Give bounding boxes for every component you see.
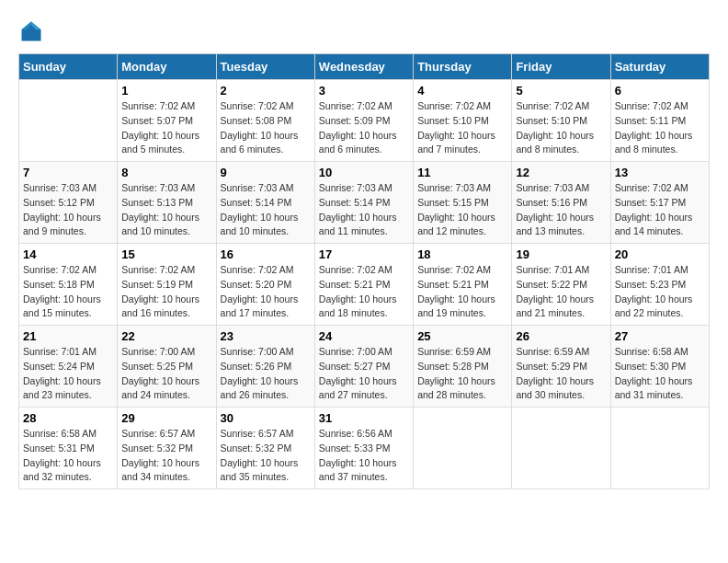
day-info: Sunrise: 7:02 AM Sunset: 5:21 PM Dayligh… <box>417 263 507 321</box>
header-monday: Monday <box>118 54 216 80</box>
day-info: Sunrise: 7:02 AM Sunset: 5:17 PM Dayligh… <box>615 181 705 239</box>
day-cell: 21Sunrise: 7:01 AM Sunset: 5:24 PM Dayli… <box>19 326 118 408</box>
day-cell <box>512 408 610 489</box>
day-number: 11 <box>417 166 507 179</box>
day-number: 9 <box>221 166 311 179</box>
day-info: Sunrise: 7:03 AM Sunset: 5:14 PM Dayligh… <box>221 181 311 239</box>
day-cell: 5Sunrise: 7:02 AM Sunset: 5:10 PM Daylig… <box>512 80 610 162</box>
day-info: Sunrise: 6:56 AM Sunset: 5:33 PM Dayligh… <box>319 427 409 485</box>
day-info: Sunrise: 7:02 AM Sunset: 5:21 PM Dayligh… <box>319 263 409 321</box>
week-row-4: 21Sunrise: 7:01 AM Sunset: 5:24 PM Dayli… <box>19 326 710 408</box>
day-cell: 20Sunrise: 7:01 AM Sunset: 5:23 PM Dayli… <box>610 244 709 326</box>
day-info: Sunrise: 7:02 AM Sunset: 5:07 PM Dayligh… <box>121 99 211 157</box>
calendar-body: 1Sunrise: 7:02 AM Sunset: 5:07 PM Daylig… <box>19 80 710 489</box>
day-info: Sunrise: 7:02 AM Sunset: 5:11 PM Dayligh… <box>615 99 705 157</box>
day-cell: 27Sunrise: 6:58 AM Sunset: 5:30 PM Dayli… <box>610 326 709 408</box>
day-cell: 2Sunrise: 7:02 AM Sunset: 5:08 PM Daylig… <box>216 80 314 162</box>
day-number: 5 <box>516 84 606 98</box>
day-cell: 31Sunrise: 6:56 AM Sunset: 5:33 PM Dayli… <box>314 408 413 489</box>
day-info: Sunrise: 7:03 AM Sunset: 5:12 PM Dayligh… <box>23 181 113 239</box>
logo-icon <box>18 18 44 44</box>
header-wednesday: Wednesday <box>314 54 413 80</box>
day-info: Sunrise: 6:59 AM Sunset: 5:29 PM Dayligh… <box>516 345 606 403</box>
calendar-header-row: SundayMondayTuesdayWednesdayThursdayFrid… <box>19 54 710 80</box>
day-cell: 14Sunrise: 7:02 AM Sunset: 5:18 PM Dayli… <box>19 244 118 326</box>
week-row-2: 7Sunrise: 7:03 AM Sunset: 5:12 PM Daylig… <box>19 162 710 244</box>
day-info: Sunrise: 6:57 AM Sunset: 5:32 PM Dayligh… <box>221 427 311 485</box>
day-number: 23 <box>221 329 311 343</box>
day-cell: 17Sunrise: 7:02 AM Sunset: 5:21 PM Dayli… <box>314 244 413 326</box>
day-number: 19 <box>516 247 606 261</box>
day-number: 16 <box>221 247 311 261</box>
day-info: Sunrise: 7:02 AM Sunset: 5:09 PM Dayligh… <box>319 99 409 157</box>
day-number: 24 <box>319 329 409 343</box>
page-header <box>18 18 710 44</box>
day-cell: 9Sunrise: 7:03 AM Sunset: 5:14 PM Daylig… <box>216 162 314 244</box>
day-info: Sunrise: 7:01 AM Sunset: 5:23 PM Dayligh… <box>615 263 705 321</box>
day-number: 21 <box>23 329 113 343</box>
header-tuesday: Tuesday <box>216 54 314 80</box>
day-cell: 6Sunrise: 7:02 AM Sunset: 5:11 PM Daylig… <box>610 80 709 162</box>
day-cell: 19Sunrise: 7:01 AM Sunset: 5:22 PM Dayli… <box>512 244 610 326</box>
day-cell: 24Sunrise: 7:00 AM Sunset: 5:27 PM Dayli… <box>314 326 413 408</box>
day-cell: 29Sunrise: 6:57 AM Sunset: 5:32 PM Dayli… <box>118 408 216 489</box>
day-number: 14 <box>23 247 113 261</box>
day-info: Sunrise: 7:02 AM Sunset: 5:10 PM Dayligh… <box>417 99 507 157</box>
day-info: Sunrise: 7:01 AM Sunset: 5:24 PM Dayligh… <box>23 345 113 403</box>
day-info: Sunrise: 7:03 AM Sunset: 5:14 PM Dayligh… <box>319 181 409 239</box>
day-number: 17 <box>319 247 409 261</box>
day-number: 1 <box>121 84 211 98</box>
day-info: Sunrise: 7:00 AM Sunset: 5:27 PM Dayligh… <box>319 345 409 403</box>
day-cell: 25Sunrise: 6:59 AM Sunset: 5:28 PM Dayli… <box>414 326 512 408</box>
day-info: Sunrise: 6:58 AM Sunset: 5:31 PM Dayligh… <box>23 427 113 485</box>
day-cell: 3Sunrise: 7:02 AM Sunset: 5:09 PM Daylig… <box>314 80 413 162</box>
day-info: Sunrise: 7:02 AM Sunset: 5:18 PM Dayligh… <box>23 263 113 321</box>
day-cell: 30Sunrise: 6:57 AM Sunset: 5:32 PM Dayli… <box>216 408 314 489</box>
day-number: 28 <box>23 411 113 425</box>
header-friday: Friday <box>512 54 610 80</box>
day-number: 26 <box>516 329 606 343</box>
day-cell <box>610 408 709 489</box>
day-info: Sunrise: 7:01 AM Sunset: 5:22 PM Dayligh… <box>516 263 606 321</box>
day-cell: 23Sunrise: 7:00 AM Sunset: 5:26 PM Dayli… <box>216 326 314 408</box>
day-cell: 1Sunrise: 7:02 AM Sunset: 5:07 PM Daylig… <box>118 80 216 162</box>
day-info: Sunrise: 7:02 AM Sunset: 5:20 PM Dayligh… <box>221 263 311 321</box>
header-saturday: Saturday <box>610 54 709 80</box>
day-cell: 11Sunrise: 7:03 AM Sunset: 5:15 PM Dayli… <box>414 162 512 244</box>
day-info: Sunrise: 7:02 AM Sunset: 5:10 PM Dayligh… <box>516 99 606 157</box>
day-number: 4 <box>417 84 507 98</box>
day-info: Sunrise: 6:59 AM Sunset: 5:28 PM Dayligh… <box>417 345 507 403</box>
day-cell: 15Sunrise: 7:02 AM Sunset: 5:19 PM Dayli… <box>118 244 216 326</box>
day-info: Sunrise: 7:02 AM Sunset: 5:08 PM Dayligh… <box>221 99 311 157</box>
day-number: 31 <box>319 411 409 425</box>
week-row-3: 14Sunrise: 7:02 AM Sunset: 5:18 PM Dayli… <box>19 244 710 326</box>
day-cell: 10Sunrise: 7:03 AM Sunset: 5:14 PM Dayli… <box>314 162 413 244</box>
day-number: 13 <box>615 166 705 179</box>
day-cell: 22Sunrise: 7:00 AM Sunset: 5:25 PM Dayli… <box>118 326 216 408</box>
week-row-5: 28Sunrise: 6:58 AM Sunset: 5:31 PM Dayli… <box>19 408 710 489</box>
day-number: 20 <box>615 247 705 261</box>
header-sunday: Sunday <box>19 54 118 80</box>
day-number: 12 <box>516 166 606 179</box>
day-number: 15 <box>121 247 211 261</box>
day-cell: 12Sunrise: 7:03 AM Sunset: 5:16 PM Dayli… <box>512 162 610 244</box>
day-cell <box>19 80 118 162</box>
day-cell: 18Sunrise: 7:02 AM Sunset: 5:21 PM Dayli… <box>414 244 512 326</box>
day-number: 29 <box>121 411 211 425</box>
calendar-table: SundayMondayTuesdayWednesdayThursdayFrid… <box>18 53 710 489</box>
day-number: 3 <box>319 84 409 98</box>
day-info: Sunrise: 7:03 AM Sunset: 5:15 PM Dayligh… <box>417 181 507 239</box>
week-row-1: 1Sunrise: 7:02 AM Sunset: 5:07 PM Daylig… <box>19 80 710 162</box>
day-number: 25 <box>417 329 507 343</box>
day-number: 8 <box>121 166 211 179</box>
day-cell <box>414 408 512 489</box>
logo <box>18 18 48 44</box>
day-cell: 13Sunrise: 7:02 AM Sunset: 5:17 PM Dayli… <box>610 162 709 244</box>
day-cell: 8Sunrise: 7:03 AM Sunset: 5:13 PM Daylig… <box>118 162 216 244</box>
day-number: 2 <box>221 84 311 98</box>
day-cell: 16Sunrise: 7:02 AM Sunset: 5:20 PM Dayli… <box>216 244 314 326</box>
day-cell: 26Sunrise: 6:59 AM Sunset: 5:29 PM Dayli… <box>512 326 610 408</box>
day-number: 30 <box>221 411 311 425</box>
day-number: 7 <box>23 166 113 179</box>
day-info: Sunrise: 7:00 AM Sunset: 5:25 PM Dayligh… <box>121 345 211 403</box>
